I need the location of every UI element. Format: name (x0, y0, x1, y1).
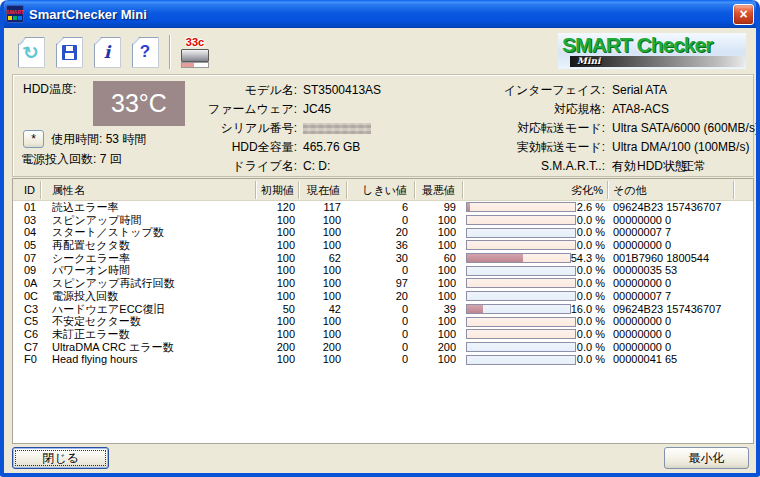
table-row[interactable]: C6 未訂正エラー数 100 100 0 100 0.0 % 00000000 … (13, 328, 753, 341)
cell-current: 100 (299, 214, 347, 227)
cell-initial: 100 (256, 264, 299, 277)
table-row[interactable]: C7 UltraDMA CRC エラー数 200 200 0 200 0.0 %… (13, 341, 753, 354)
cell-threshold: 0 (347, 353, 415, 366)
degradation-bar (466, 317, 576, 327)
table-row[interactable]: 0A スピンアップ再試行回数 100 100 97 100 0.0 % 0000… (13, 277, 753, 290)
firmware-value: JC45 (303, 102, 331, 116)
col-header-current[interactable]: 現在値 (299, 181, 347, 199)
cell-degradation: 0.0 % (463, 353, 608, 366)
refresh-button[interactable]: ↻ (12, 33, 50, 71)
table-row[interactable]: 05 再配置セクタ数 100 100 36 100 0.0 % 00000000… (13, 239, 753, 252)
info-button[interactable]: i (88, 33, 126, 71)
degradation-bar (466, 253, 571, 263)
help-button[interactable]: ? (126, 33, 164, 71)
table-row[interactable]: 01 読込エラー率 120 117 6 99 2.6 % 09624B23 15… (13, 201, 753, 214)
table-row[interactable]: C5 不安定セクター数 100 100 0 100 0.0 % 00000000… (13, 315, 753, 328)
cell-initial: 100 (256, 239, 299, 252)
degradation-pct-text: 0.0 % (577, 264, 605, 277)
close-icon[interactable]: × (733, 4, 754, 25)
cell-id: 0A (13, 277, 41, 290)
cell-worst: 100 (415, 277, 463, 290)
cell-initial: 100 (256, 328, 299, 341)
cell-threshold: 20 (347, 226, 415, 239)
cell-degradation: 2.6 % (463, 201, 608, 214)
cell-current: 117 (299, 201, 347, 214)
save-icon (56, 37, 83, 68)
cell-threshold: 0 (347, 341, 415, 354)
title-bar[interactable]: SMART SmartChecker Mini × (0, 0, 760, 28)
col-header-initial[interactable]: 初期値 (256, 181, 299, 199)
cell-worst: 100 (415, 264, 463, 277)
drive-value: C: D: (303, 159, 330, 173)
col-header-other[interactable]: その他 (608, 181, 734, 199)
drive-label: ドライブ名: (173, 159, 297, 173)
cell-attribute-name: UltraDMA CRC エラー数 (41, 341, 256, 354)
cell-threshold: 6 (347, 201, 415, 214)
table-row[interactable]: 0C 電源投入回数 100 100 20 100 0.0 % 00000007 … (13, 290, 753, 303)
cell-worst: 100 (415, 328, 463, 341)
help-icon: ? (132, 37, 159, 68)
hdd-temp-value: 33°C (93, 81, 185, 126)
cell-current: 100 (299, 353, 347, 366)
cell-threshold: 30 (347, 252, 415, 265)
col-header-degradation[interactable]: 劣化% (463, 181, 608, 199)
usage-detail-button[interactable]: * (23, 130, 44, 148)
info-icon: i (94, 37, 121, 68)
cell-other: 001B7960 1800544 (608, 252, 753, 265)
cell-attribute-name: スピンアップ再試行回数 (41, 277, 256, 290)
standard-label: 対応規格: (453, 102, 605, 116)
cell-other: 00000000 0 (608, 341, 753, 354)
degradation-pct-text: 0.0 % (577, 277, 605, 290)
cell-degradation: 16.0 % (463, 303, 608, 316)
degradation-pct-text: 54.3 % (571, 252, 605, 265)
cell-id: C5 (13, 315, 41, 328)
logo-subtitle: Mini (570, 56, 744, 67)
table-row[interactable]: C3 ハードウエアECC復旧 50 42 0 39 16.0 % 09624B2… (13, 303, 753, 316)
degradation-pct-text: 0.0 % (577, 214, 605, 227)
cell-current: 100 (299, 290, 347, 303)
cell-degradation: 0.0 % (463, 315, 608, 328)
degradation-bar (466, 355, 576, 365)
supported-mode-label: 対応転送モード: (453, 121, 605, 135)
save-button[interactable] (50, 33, 88, 71)
cell-worst: 39 (415, 303, 463, 316)
table-row[interactable]: 09 パワーオン時間 100 100 0 100 0.0 % 00000035 … (13, 264, 753, 277)
cell-threshold: 0 (347, 315, 415, 328)
cell-id: 07 (13, 252, 41, 265)
table-row[interactable]: 07 シークエラー率 100 62 30 60 54.3 % 001B7960 … (13, 252, 753, 265)
cell-id: 01 (13, 201, 41, 214)
table-row[interactable]: 04 スタート／ストップ数 100 100 20 100 0.0 % 00000… (13, 226, 753, 239)
cell-current: 100 (299, 277, 347, 290)
minimize-button[interactable]: 最小化 (664, 447, 749, 469)
degradation-bar (466, 202, 576, 212)
cell-worst: 200 (415, 341, 463, 354)
col-header-worst[interactable]: 最悪値 (415, 181, 463, 199)
cell-worst: 100 (415, 214, 463, 227)
col-header-threshold[interactable]: しきい値 (347, 181, 415, 199)
col-header-name[interactable]: 属性名 (41, 181, 256, 199)
close-window-button[interactable]: 閉じる (12, 447, 109, 469)
cell-degradation: 0.0 % (463, 277, 608, 290)
interface-value: Serial ATA (612, 83, 667, 97)
logo-text: SMART Checker (562, 33, 712, 57)
degradation-pct-text: 0.0 % (577, 353, 605, 366)
cell-other: 00000000 0 (608, 315, 753, 328)
cell-other: 00000000 0 (608, 277, 753, 290)
cell-initial: 100 (256, 277, 299, 290)
app-window: SMART SmartChecker Mini × ↻ i ? 33c SMAR… (0, 0, 760, 477)
effective-mode-value: Ultra DMA/100 (100MB/s) (612, 140, 749, 154)
table-header: ID 属性名 初期値 現在値 しきい値 最悪値 劣化% その他 (13, 179, 753, 201)
col-header-id[interactable]: ID (13, 181, 41, 199)
cell-initial: 100 (256, 226, 299, 239)
cell-other: 09624B23 157436707 (608, 303, 753, 316)
degradation-pct-text: 2.6 % (577, 201, 605, 214)
serial-label: シリアル番号: (173, 121, 297, 135)
cell-id: 05 (13, 239, 41, 252)
logo: SMART Checker Mini (558, 33, 746, 69)
table-row[interactable]: F0 Head flying hours 100 100 0 100 0.0 %… (13, 353, 753, 366)
hdd-temp-toolbar-button[interactable]: 33c (176, 33, 214, 71)
table-row[interactable]: 03 スピンアップ時間 100 100 0 100 0.0 % 00000000… (13, 214, 753, 227)
cell-worst: 99 (415, 201, 463, 214)
cell-attribute-name: シークエラー率 (41, 252, 256, 265)
degradation-pct-text: 0.0 % (577, 341, 605, 354)
